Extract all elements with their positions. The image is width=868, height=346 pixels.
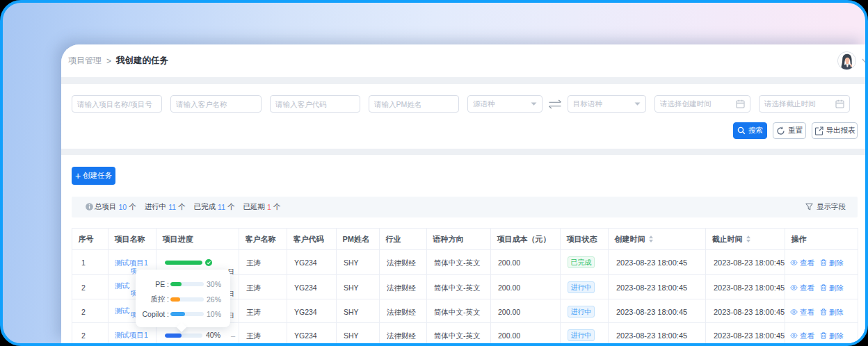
column-header-11[interactable]: 创建时间 xyxy=(609,229,706,250)
delete-label: 删除 xyxy=(829,308,844,316)
show-fields-button[interactable]: 显示字段 xyxy=(805,202,846,212)
avatar[interactable] xyxy=(837,51,856,70)
trash-icon xyxy=(820,308,827,315)
column-header-9: 项目成本（元） xyxy=(491,229,561,250)
project-name-input-wrap xyxy=(72,95,162,113)
avatar-caret-icon[interactable] xyxy=(862,58,868,63)
target-lang-select[interactable]: 目标语种 xyxy=(568,95,646,113)
tooltip-progress-fill xyxy=(170,282,182,286)
cell-pm: SHY xyxy=(337,250,380,275)
view-button[interactable]: 查看 xyxy=(790,283,814,292)
cell-index: 2 xyxy=(72,323,108,346)
cell-deadline: 2023-08-23 18:00:45 xyxy=(706,323,785,346)
cell-deadline: 2023-08-23 18:00:45 xyxy=(706,250,785,275)
column-header-12[interactable]: 截止时间 xyxy=(706,229,785,250)
view-button[interactable]: 查看 xyxy=(790,308,814,316)
cell-customer: 王涛 xyxy=(239,299,287,323)
caret-down-icon xyxy=(634,102,641,106)
customer-name-input-wrap xyxy=(170,95,262,113)
refresh-icon xyxy=(776,126,785,135)
cell-status: 进行中 xyxy=(561,299,609,323)
stat-unit: 个 xyxy=(178,202,186,212)
reset-button[interactable]: 重置 xyxy=(773,122,806,139)
eye-icon xyxy=(790,260,798,265)
progress-track xyxy=(165,333,202,338)
cell-industry: 法律财经 xyxy=(380,299,427,323)
cell-created: 2023-08-23 18:00:45 xyxy=(609,299,706,323)
delete-button[interactable]: 删除 xyxy=(820,283,844,292)
customer-name-input[interactable] xyxy=(176,100,256,108)
eye-icon xyxy=(790,285,798,290)
pm-name-input[interactable] xyxy=(374,100,453,108)
tooltip-progress-track xyxy=(170,297,204,302)
view-label: 查看 xyxy=(800,331,814,340)
column-header-label: 客户名称 xyxy=(246,234,276,245)
cell-language: 简体中文-英文 xyxy=(427,275,491,299)
row-index: 2 xyxy=(81,308,86,316)
stat-label: 已延期 xyxy=(243,202,266,212)
cell-code: YG234 xyxy=(287,323,337,346)
row-index: 2 xyxy=(81,284,86,292)
deadline-picker[interactable]: 请选择截止时间 xyxy=(759,95,850,113)
project-name-link[interactable]: 测试项目1 xyxy=(115,259,148,267)
column-header-2: 项目名称 xyxy=(108,229,156,250)
sort-icons[interactable] xyxy=(649,236,653,242)
gradient-frame: 项目管理 > 我创建的任务 xyxy=(0,0,868,346)
breadcrumb-current: 我创建的任务 xyxy=(116,55,168,67)
column-header-5: 客户代码 xyxy=(287,229,337,250)
swap-languages-icon[interactable] xyxy=(547,99,563,109)
delete-button[interactable]: 删除 xyxy=(820,331,844,340)
stat-item: 总项目10个 xyxy=(95,202,136,212)
stat-value: 10 xyxy=(119,203,127,211)
breadcrumb-section[interactable]: 项目管理 xyxy=(68,55,102,67)
cell-created: 2023-08-23 18:00:45 xyxy=(609,323,706,346)
trash-icon xyxy=(820,332,827,339)
progress-tooltip: PE :30%质控 :26%Copilot :10% xyxy=(136,270,230,328)
view-label: 查看 xyxy=(800,283,814,292)
column-header-6: PM姓名 xyxy=(337,229,380,250)
search-button[interactable]: 搜索 xyxy=(733,122,767,139)
source-lang-select[interactable]: 源语种 xyxy=(467,95,542,113)
project-name-input[interactable] xyxy=(77,100,156,108)
caret-down-icon xyxy=(531,102,537,106)
cell-deadline: 2023-08-23 18:00:45 xyxy=(706,299,785,323)
column-header-4: 客户名称 xyxy=(239,229,287,250)
tooltip-progress-fill xyxy=(170,312,185,316)
view-button[interactable]: 查看 xyxy=(790,331,814,340)
delete-button[interactable]: 删除 xyxy=(820,308,844,316)
cell-code: YG234 xyxy=(287,250,337,275)
project-name-link[interactable]: 测试项目1 xyxy=(115,307,130,315)
project-name-link[interactable]: 测试项目1 xyxy=(115,331,148,339)
create-task-label: 创建任务 xyxy=(83,171,112,181)
plus-icon: + xyxy=(75,171,81,181)
cell-code: YG234 xyxy=(287,299,337,323)
tooltip-value: 10% xyxy=(207,310,221,318)
create-task-button[interactable]: + 创建任务 xyxy=(72,167,115,185)
cell-actions: 查看删除 xyxy=(785,250,858,275)
customer-code-input[interactable] xyxy=(275,100,355,108)
tooltip-value: 26% xyxy=(207,295,221,304)
funnel-icon xyxy=(805,203,813,211)
column-header-label: 创建时间 xyxy=(615,234,645,245)
cell-cost: 200.00 xyxy=(491,250,561,275)
progress-fill xyxy=(165,333,182,338)
view-label: 查看 xyxy=(800,258,814,267)
cell-cost: 200.00 xyxy=(491,299,561,323)
delete-button[interactable]: 删除 xyxy=(820,258,844,267)
column-header-3: 项目进度 xyxy=(156,229,239,250)
delete-label: 删除 xyxy=(829,258,844,267)
sort-icons[interactable] xyxy=(746,236,750,242)
project-name-link[interactable]: 测试项目1 xyxy=(115,282,130,290)
cell-industry: 法律财经 xyxy=(380,250,427,275)
create-time-picker[interactable]: 请选择创建时间 xyxy=(654,95,750,113)
row-index: 2 xyxy=(81,332,86,340)
search-button-label: 搜索 xyxy=(748,126,763,135)
pm-name-input-wrap xyxy=(369,95,459,113)
cell-language: 简体中文-英文 xyxy=(427,299,491,323)
cell-actions: 查看删除 xyxy=(785,275,858,299)
export-report-button[interactable]: 导出报表 xyxy=(812,122,858,139)
export-icon xyxy=(814,126,823,135)
cell-status: 进行中 xyxy=(561,323,609,346)
cell-language: 简体中文-英文 xyxy=(427,250,491,275)
view-button[interactable]: 查看 xyxy=(790,258,814,267)
